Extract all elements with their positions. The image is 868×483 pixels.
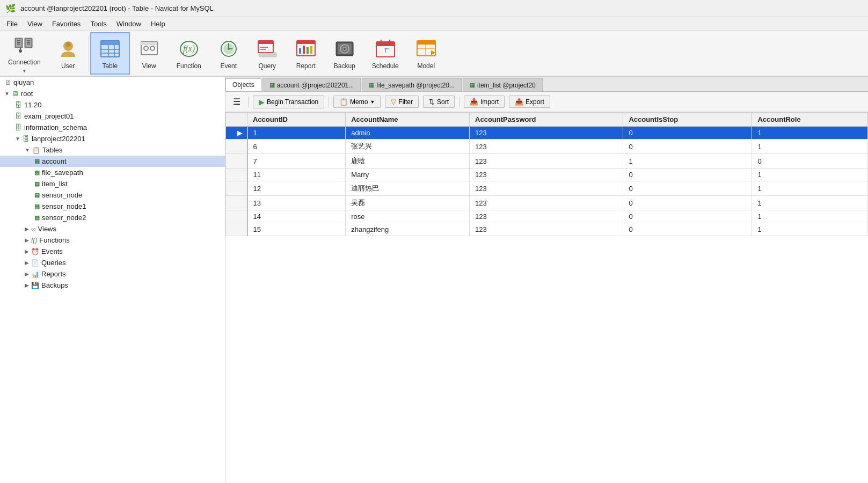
table-row[interactable]: 6 张艺兴 123 0 1 [226,140,868,154]
report-icon [295,38,317,60]
sidebar-item-exam[interactable]: 🗄 exam_project01 [0,111,225,122]
sort-button[interactable]: ⇅ Sort [423,96,455,108]
col-header-accountpassword[interactable]: AccountPassword [470,113,623,127]
data-table-container: AccountID AccountName AccountPassword Ac… [225,112,868,483]
menu-favorites[interactable]: Favorites [48,18,85,30]
tab-filesavepath[interactable]: ▦ file_savepath @project20... [362,78,462,91]
memo-button[interactable]: 📋 Memo ▼ [333,96,381,108]
tab-itemlist[interactable]: ▦ item_list @project20 [463,78,543,91]
tree-expand-queries: ▶ [25,260,29,266]
col-header-accountrole[interactable]: AccountRole [752,113,868,127]
cell-accountname: zhangzifeng [346,223,470,236]
menu-file[interactable]: File [2,18,22,30]
sidebar-label-root: root [21,90,33,98]
sidebar-item-views[interactable]: ▶ ∞ Views [0,223,225,235]
sidebar-item-account[interactable]: ▦ account [0,156,225,167]
view-icon [138,38,161,60]
cell-accountrole: 1 [752,223,868,236]
row-num-cell [226,223,247,236]
table-row[interactable]: 12 迪丽热巴 123 0 1 [226,181,868,196]
col-header-accountid[interactable]: AccountID [247,113,346,127]
svg-point-22 [150,46,155,50]
menu-view[interactable]: View [23,18,47,30]
sidebar-item-lan[interactable]: ▼ 🗄 lanproject202201 [0,133,225,144]
sidebar-item-root[interactable]: ▼ 🖥 root [0,88,225,99]
cell-accountpassword: 123 [470,196,623,210]
table-row[interactable]: 7 鹿晗 123 1 0 [226,154,868,169]
row-arrow: ▶ [237,129,243,137]
table-row[interactable]: 13 吴磊 123 0 1 [226,196,868,210]
toolbar-connection[interactable]: Connection ▼ [0,32,49,75]
sidebar-item-events[interactable]: ▶ ⏰ Events [0,246,225,257]
sidebar-item-sensornode1[interactable]: ▦ sensor_node1 [0,201,225,212]
cell-accountpassword: 123 [470,140,623,154]
toolbar-function[interactable]: f(x) Function [169,32,209,75]
db-icon-info: 🗄 [15,123,22,131]
svg-rect-39 [303,46,305,54]
sidebar-item-tables-folder[interactable]: ▼ 📋 Tables [0,144,225,156]
toolbar-report[interactable]: Report [287,32,325,75]
folder-icon-functions: f() [31,237,37,244]
toolbar-schedule[interactable]: Schedule [364,32,407,75]
export-button[interactable]: 📤 Export [509,96,550,108]
sidebar-item-sensornode2[interactable]: ▦ sensor_node2 [0,212,225,223]
toolbar-backup[interactable]: Backup [325,32,364,75]
toolbar-connection-arrow[interactable]: ▼ [22,68,27,74]
filter-button[interactable]: ▽ Filter [385,96,419,108]
sidebar-item-itemlist[interactable]: ▦ item_list [0,178,225,189]
sidebar-item-queries[interactable]: ▶ 📄 Queries [0,257,225,268]
toolbar-event[interactable]: Event [209,32,248,75]
toolbar-view[interactable]: View [130,32,169,75]
sidebar-item-functions[interactable]: ▶ f() Functions [0,235,225,246]
menu-help[interactable]: Help [147,18,170,30]
sidebar-item-qiuyan[interactable]: 🖥 qiuyan [0,77,225,88]
sidebar-item-filesavepath[interactable]: ▦ file_savepath [0,167,225,178]
svg-text:f(x): f(x) [183,44,195,54]
hamburger-menu[interactable]: ☰ [230,96,244,108]
import-button[interactable]: 📥 Import [464,96,505,108]
begin-transaction-button[interactable]: ▶ Begin Transaction [253,96,324,108]
toolbar-user[interactable]: User [49,32,87,75]
user-icon [57,38,79,60]
sidebar-item-reports[interactable]: ▶ 📊 Reports [0,268,225,280]
cell-accountpassword: 123 [470,223,623,236]
sidebar-item-infschema[interactable]: 🗄 information_schema [0,122,225,133]
memo-arrow[interactable]: ▼ [370,99,375,105]
col-header-accountisstop[interactable]: AccountIsStop [623,113,752,127]
table-body: ▶ 1 admin 123 0 1 6 张艺兴 123 0 1 7 鹿晗 123… [226,127,868,236]
cell-accountname: admin [346,127,470,140]
col-header-accountname[interactable]: AccountName [346,113,470,127]
main-area: 🖥 qiuyan ▼ 🖥 root 🗄 11.20 🗄 exam_project… [0,77,868,483]
cell-accountname: rose [346,210,470,223]
sidebar-item-1120[interactable]: 🗄 11.20 [0,99,225,111]
table-row[interactable]: 14 rose 123 0 1 [226,210,868,223]
toolbar-query[interactable]: Query [248,32,287,75]
tree-expand-views: ▶ [25,226,29,232]
menu-tools[interactable]: Tools [86,18,111,30]
svg-rect-23 [141,42,157,45]
table-row[interactable]: ▶ 1 admin 123 0 1 [226,127,868,140]
table-row[interactable]: 15 zhangzifeng 123 0 1 [226,223,868,236]
begin-transaction-icon: ▶ [259,98,265,106]
tree-expand-backups: ▶ [25,282,29,288]
svg-rect-3 [17,42,20,43]
sidebar-label-functions: Functions [39,236,69,244]
toolbar-connection-label: Connection [8,58,41,66]
sidebar-item-sensornode[interactable]: ▦ sensor_node [0,189,225,201]
tree-expand-lan: ▼ [15,136,20,142]
sidebar-label-qiuyan: qiuyan [13,78,34,86]
table-row[interactable]: 11 Marry 123 0 1 [226,169,868,181]
toolbar-table[interactable]: Table [90,32,130,75]
tree-expand-reports: ▶ [25,271,29,277]
menu-window[interactable]: Window [112,18,145,30]
svg-rect-41 [310,46,312,54]
sidebar-label-info: information_schema [24,123,87,131]
sidebar-label-reports: Reports [41,270,66,278]
tab-account[interactable]: ▦ account @project202201... [262,78,361,91]
export-icon: 📤 [515,98,523,106]
begin-transaction-label: Begin Transaction [267,98,318,106]
sidebar-item-backups[interactable]: ▶ 💾 Backups [0,280,225,291]
toolbar-model[interactable]: ▶ Model [407,32,446,75]
tab-objects[interactable]: Objects [225,78,261,91]
menu-bar: File View Favorites Tools Window Help [0,17,868,31]
